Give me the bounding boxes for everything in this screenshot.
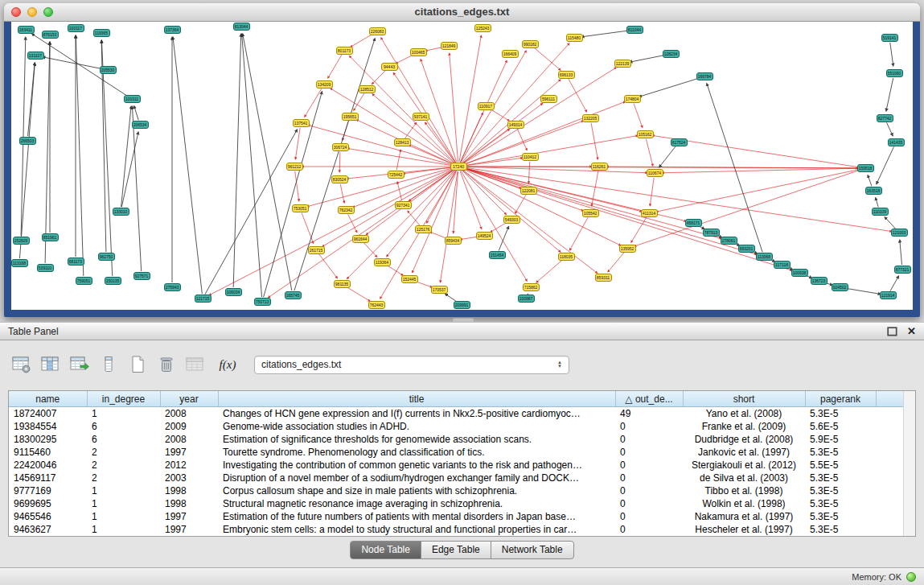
graph-node[interactable]: 859311	[595, 274, 612, 282]
graph-node[interactable]: 762443	[368, 301, 385, 309]
graph-node[interactable]: 677321	[894, 266, 911, 274]
window-zoom-button[interactable]	[43, 7, 53, 17]
graph-node[interactable]: 137364	[164, 26, 181, 34]
graph-node[interactable]: 209991	[454, 301, 470, 309]
graph-node[interactable]: 859434	[445, 237, 462, 245]
delete-table-icon[interactable]	[156, 355, 177, 374]
graph-node[interactable]: 125243	[474, 24, 491, 32]
column-header-in_degree[interactable]: in_degree	[87, 391, 160, 407]
window-titlebar[interactable]: citations_edges.txt	[4, 3, 920, 22]
graph-node[interactable]: 961644	[352, 235, 369, 243]
graph-node[interactable]: 927571	[133, 272, 150, 280]
graph-node[interactable]: 762342	[338, 206, 355, 214]
table-row[interactable]: 911546021997Tourette syndrome. Phenomeno…	[9, 446, 904, 459]
float-panel-icon[interactable]	[887, 327, 897, 336]
graph-node[interactable]: 151454	[489, 251, 506, 259]
graph-node[interactable]: 105162	[637, 130, 654, 138]
graph-node[interactable]: 122139	[614, 60, 631, 68]
graph-node[interactable]: 128512	[359, 85, 376, 93]
graph-node[interactable]: 136723	[811, 277, 827, 285]
graph-node[interactable]: 117118	[774, 261, 791, 269]
graph-node[interactable]: 596111	[540, 95, 557, 103]
graph-node[interactable]: 927341	[395, 201, 412, 209]
graph-node[interactable]: 125176	[415, 225, 432, 233]
graph-node[interactable]: 100938	[791, 269, 808, 277]
graph-node[interactable]: 121715	[195, 295, 211, 303]
graph-node[interactable]: 110674	[647, 169, 663, 177]
window-minimize-button[interactable]	[27, 7, 37, 17]
new-document-icon[interactable]	[127, 355, 148, 374]
table-row[interactable]: 1456911722003Disruption of a novel membe…	[9, 472, 904, 484]
tab-edge-table[interactable]: Edge Table	[421, 541, 491, 559]
column-header-name[interactable]: name	[9, 391, 87, 407]
graph-node[interactable]: 115480	[566, 34, 583, 42]
graph-node[interactable]: 110412	[522, 153, 539, 161]
graph-node[interactable]: 961750	[98, 253, 115, 261]
graph-node[interactable]: 725442	[388, 171, 405, 179]
graph-node[interactable]: 17240	[450, 163, 467, 171]
graph-node[interactable]: 617524	[671, 138, 688, 146]
graph-node[interactable]: 121003	[891, 229, 908, 237]
graph-node[interactable]: 458171	[685, 219, 702, 227]
graph-node[interactable]: 163518	[865, 187, 882, 195]
column-header-title[interactable]: title	[218, 391, 615, 407]
graph-node[interactable]: 132205	[582, 114, 599, 122]
graph-node[interactable]: 174804	[624, 95, 641, 103]
graph-node[interactable]: 106034	[225, 288, 242, 296]
graph-node[interactable]: 121914	[880, 291, 897, 299]
graph-node[interactable]: 119365	[93, 29, 110, 37]
graph-node[interactable]: 252609	[13, 237, 30, 245]
graph-node[interactable]: 206534	[132, 121, 149, 129]
graph-node[interactable]: 121849	[441, 42, 458, 50]
graph-node[interactable]: 696133	[558, 71, 575, 79]
graph-node[interactable]: 165745	[285, 291, 302, 299]
graph-node[interactable]: 113068	[756, 253, 773, 261]
graph-node[interactable]: 133010	[113, 208, 129, 216]
graph-node[interactable]: 715862	[523, 283, 540, 291]
graph-node[interactable]: 827742	[877, 114, 893, 122]
column-header-year[interactable]: year	[160, 391, 218, 407]
table-row[interactable]: 977716911998Corpus callosum shape and si…	[9, 484, 904, 497]
close-panel-icon[interactable]: ✕	[907, 325, 916, 337]
graph-node[interactable]: 149524	[476, 232, 493, 240]
edit-table-icon[interactable]	[69, 355, 90, 374]
graph-node[interactable]: 306724	[332, 143, 349, 151]
graph-node[interactable]: 787913	[703, 229, 720, 237]
graph-node[interactable]: 876153	[42, 31, 59, 39]
window-close-button[interactable]	[11, 7, 21, 17]
graph-node[interactable]: 166784	[696, 72, 713, 80]
table-settings-icon[interactable]	[11, 355, 32, 374]
table-row[interactable]: 946554611997Estimation of the future num…	[9, 510, 904, 523]
column-header-out_de[interactable]: △ out_de...	[615, 391, 683, 407]
graph-node[interactable]: 551060	[886, 69, 903, 77]
graph-node[interactable]: 122081	[520, 187, 537, 195]
graph-node[interactable]: 266503	[19, 137, 36, 145]
graph-node[interactable]: 811044	[626, 26, 643, 34]
graph-node[interactable]: 549303	[503, 216, 520, 224]
graph-node[interactable]: 134209	[316, 80, 333, 89]
graph-node[interactable]: 937141	[413, 113, 429, 121]
graph-node[interactable]: 135952	[619, 245, 636, 253]
graph-node[interactable]: 981135	[334, 280, 351, 288]
table-selector[interactable]: citations_edges.txt ▲▼	[254, 356, 569, 374]
table-row[interactable]: 969969511998Structural magnetic resonanc…	[9, 497, 904, 510]
graph-node[interactable]: 100311	[124, 95, 141, 103]
graph-node[interactable]: 519141	[881, 34, 898, 42]
graph-node[interactable]: 94443	[381, 63, 398, 71]
graph-node[interactable]: 110917	[478, 102, 495, 110]
column-header-pagerank[interactable]: pagerank	[805, 391, 876, 407]
graph-node[interactable]: 961212	[286, 163, 303, 171]
tab-node-table[interactable]: Node Table	[350, 541, 421, 559]
graph-node[interactable]: 105542	[582, 209, 599, 217]
graph-node[interactable]: 539110	[37, 264, 54, 272]
graph-node[interactable]: 159518	[857, 164, 874, 172]
graph-node[interactable]: 693201	[738, 245, 755, 253]
graph-node[interactable]: 113168	[11, 259, 28, 267]
graph-node[interactable]: 261715	[308, 246, 325, 254]
single-column-icon[interactable]	[98, 355, 119, 374]
graph-node[interactable]: 801173	[336, 47, 353, 55]
graph-node[interactable]: 924502	[832, 283, 848, 291]
table-row[interactable]: 2242004622012Investigating the contribut…	[9, 459, 904, 472]
table-row[interactable]: 1938455462009Genome-wide association stu…	[9, 420, 904, 433]
graph-node[interactable]: 116261	[591, 163, 608, 171]
